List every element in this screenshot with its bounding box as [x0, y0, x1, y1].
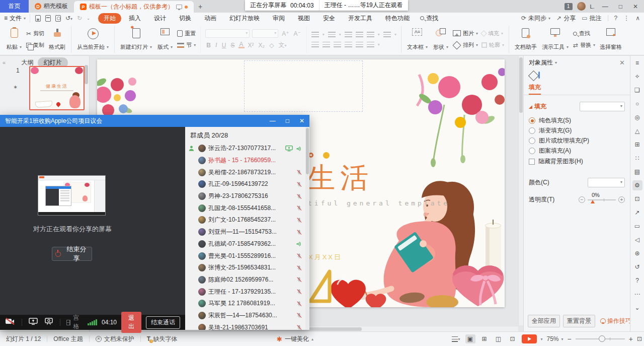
medal-icon[interactable]: ◎ [632, 112, 642, 122]
notes-button[interactable]: ▾ [451, 334, 461, 343]
slide-sorter-view-button[interactable]: ⊞ [479, 334, 490, 343]
mic-muted-icon[interactable] [296, 181, 302, 188]
switch-shapes-icon[interactable]: ❏ [632, 85, 642, 95]
screen-sharing-status-bar[interactable]: 正在分享屏幕 00:04:03 王理任 - ……等19人正在观看 [245, 0, 408, 11]
mic-muted-icon[interactable] [296, 312, 302, 319]
bullets-icon[interactable] [311, 32, 319, 37]
slide-subtitle-text[interactable]: tiful general template [308, 199, 450, 207]
fill-tab[interactable]: 填充 [529, 83, 541, 95]
mic-muted-icon[interactable] [296, 324, 302, 330]
audio-icon[interactable]: ◁ [632, 235, 642, 245]
increase-indent-icon[interactable] [356, 32, 363, 37]
close-button[interactable]: ✕ [630, 3, 641, 10]
shape-fill-button[interactable]: 填充▾ [481, 30, 504, 37]
zoom-out-button[interactable]: − [568, 335, 572, 343]
sound-on-icon[interactable] [296, 240, 302, 247]
comment-button[interactable]: ▭批注 [582, 14, 601, 23]
zoom-slider[interactable] [576, 338, 625, 339]
sharing-and-sound-icons[interactable] [285, 145, 302, 152]
meeting-maximize-button[interactable]: □ [281, 117, 294, 124]
color-select[interactable] [588, 178, 625, 187]
member-list-scrollbar[interactable] [305, 127, 309, 330]
mic-muted-icon[interactable] [296, 276, 302, 283]
document-tab[interactable]: P 模板一（含小标题，仅供参考） [74, 1, 194, 13]
mic-muted-icon[interactable] [296, 252, 302, 259]
grid-view-button[interactable]: 宫格 [66, 314, 81, 331]
insert-picture-button[interactable]: 图片▾ [453, 30, 478, 37]
close-panel-icon[interactable]: ✕ [619, 59, 625, 66]
fill-preset-select[interactable] [580, 102, 625, 111]
member-row[interactable]: 孔德斌-07-1585479362... [185, 238, 309, 250]
help-icon[interactable]: ? [614, 15, 618, 22]
menu-item[interactable]: 开始 [98, 13, 121, 24]
member-row[interactable]: 孔国龙-08-1555441658... [185, 202, 309, 214]
selection-pane-button[interactable]: 选择窗格 [599, 27, 623, 52]
history-icon[interactable]: ↺ [632, 262, 642, 272]
format-painter-button[interactable]: 格式刷 [48, 27, 66, 52]
menu-item[interactable]: 安全 [317, 13, 341, 24]
decrease-indent-icon[interactable] [345, 32, 352, 37]
align-center-icon[interactable] [323, 42, 330, 47]
play-options-icon[interactable]: ▾ [541, 337, 543, 341]
slider-thumb[interactable] [591, 200, 595, 203]
exit-button[interactable]: 退出 [121, 312, 141, 333]
subscript-button[interactable]: X₂ [258, 42, 266, 49]
file-menu[interactable]: ≡ 文件 ▾ [4, 14, 30, 23]
missing-fonts-warning[interactable]: T缺失字体 [147, 335, 177, 343]
decrease-font-button[interactable]: A⁻ [292, 30, 301, 37]
sync-status-button[interactable]: ⟳未同步▾ [521, 14, 550, 23]
reset-background-button[interactable]: 重置背景 [563, 315, 595, 327]
stamp-icon[interactable]: △ [632, 126, 642, 136]
docer-template-tab[interactable]: D 稻壳模板 [29, 0, 74, 13]
menu-item[interactable]: 视图 [292, 13, 315, 24]
font-size-select[interactable] [252, 29, 278, 38]
help-icon[interactable]: ? [632, 275, 642, 286]
text-direction-icon[interactable] [367, 32, 374, 37]
panel-title[interactable]: 对象属性▾ [529, 58, 557, 67]
restore-button[interactable]: □ [616, 3, 625, 10]
member-row[interactable]: 张云浩-27-1307077317... [185, 143, 309, 155]
member-row[interactable]: 孙书越 - 15 - 17660959... [185, 155, 309, 167]
numbering-icon[interactable] [328, 32, 336, 37]
end-call-button[interactable]: 结束通话 [146, 316, 180, 329]
normal-view-button[interactable]: ▣ [465, 334, 475, 343]
end-share-button[interactable]: 结束分享 [52, 247, 92, 261]
find-menu-button[interactable]: 查找 [420, 14, 438, 23]
outline-tab[interactable]: 大纲 [22, 58, 34, 67]
clear-format-icon[interactable]: ◇ [268, 42, 275, 49]
transparency-slider[interactable]: 0% [588, 199, 616, 200]
align-right-icon[interactable] [334, 42, 341, 47]
notification-badge[interactable]: 1 [565, 3, 573, 10]
member-row[interactable]: 张博文-25-1596534831... [185, 262, 309, 274]
navigation-icon[interactable]: ⊛ [632, 248, 642, 258]
tips-link[interactable]: 操作技巧 [600, 317, 631, 325]
meeting-minimize-button[interactable]: — [265, 117, 281, 124]
member-row[interactable]: 王理任 - 17-137929135... [185, 286, 309, 298]
zoom-level[interactable]: 75%▾ [547, 335, 564, 342]
reading-view-button[interactable]: ◫ [494, 334, 504, 343]
menu-item[interactable]: 动画 [199, 13, 222, 24]
paste-button[interactable]: 粘贴▾ [6, 27, 23, 52]
menu-item[interactable]: 切换 [174, 13, 197, 24]
italic-button[interactable]: I [214, 41, 218, 49]
menu-item[interactable]: 审阅 [267, 13, 290, 24]
copy-button[interactable]: 复制 [26, 41, 44, 49]
strikethrough-button[interactable]: S [229, 42, 235, 49]
member-row[interactable]: 吴相儒-22-1867873219... [185, 166, 309, 178]
fill-section-header[interactable]: ◢填充 [529, 102, 546, 111]
chart-icon[interactable]: ▤ [632, 167, 642, 177]
mic-muted-icon[interactable] [296, 169, 302, 176]
hide-background-checkbox[interactable]: 隐藏背景图形(H) [529, 158, 625, 165]
selection-placeholder[interactable] [244, 60, 363, 112]
menu-item[interactable]: 插入 [123, 13, 146, 24]
slide-title-text[interactable]: 生活 [307, 159, 373, 197]
menu-item[interactable]: 特色功能 [380, 13, 415, 24]
customize-quickbar-icon[interactable]: ⌄ [87, 16, 90, 21]
canvas-vertical-scrollbar[interactable] [518, 56, 523, 325]
collapse-lines-icon[interactable]: ≡ [632, 58, 642, 68]
member-row[interactable]: 曹光昊-01-1555289916... [185, 250, 309, 262]
slideshow-play-button[interactable] [522, 334, 537, 343]
redo-icon[interactable]: ↻ [77, 15, 82, 22]
phonetic-guide-button[interactable]: 文▾ [277, 41, 287, 49]
mic-muted-icon[interactable] [296, 193, 302, 200]
